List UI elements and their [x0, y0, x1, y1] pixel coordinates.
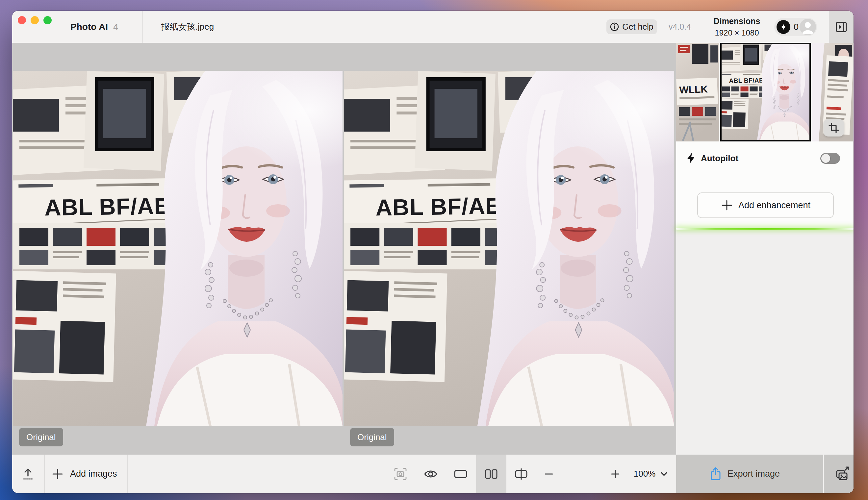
side-by-side-view-button[interactable]	[483, 455, 499, 493]
side-by-side-view-icon	[484, 466, 499, 481]
app-version: v4.0.4	[668, 11, 691, 43]
bottom-toolbar: Add images	[12, 455, 676, 493]
zoom-level-value: 100%	[634, 469, 656, 479]
export-photos-icon	[834, 466, 850, 482]
title-bar: Photo AI 4 报纸女孩.jpeg Get help v4.0.4 Dim…	[12, 11, 854, 43]
upload-icon	[20, 466, 35, 481]
app-title-group: Photo AI 4	[70, 11, 119, 43]
export-bar: Export image	[676, 455, 854, 493]
left-image-badge: Original	[19, 428, 63, 446]
plus-icon	[721, 199, 733, 212]
export-image-label: Export image	[728, 469, 780, 479]
credits-star-icon	[777, 20, 790, 34]
snapshot-button[interactable]	[393, 455, 408, 493]
toolbar-divider	[44, 455, 45, 493]
toolbar-divider	[127, 455, 128, 493]
filmstrip-masthead-text: WLLK	[679, 83, 708, 95]
upload-button[interactable]	[19, 455, 37, 493]
add-images-label: Add images	[70, 469, 117, 479]
close-window-button[interactable]	[18, 16, 26, 24]
dimensions-label: Dimensions	[714, 16, 760, 26]
image-canvas[interactable]: Original Original	[12, 43, 676, 455]
image-count: 4	[113, 22, 119, 32]
filename-tab[interactable]: 报纸女孩.jpeg	[145, 11, 230, 43]
zoom-in-icon	[610, 469, 620, 479]
export-bar-divider	[823, 455, 824, 493]
plus-icon	[51, 467, 64, 480]
account-pill[interactable]: 0	[774, 18, 817, 36]
sidebar-lower-area	[676, 230, 854, 455]
right-sidebar: WLLK	[676, 43, 854, 493]
add-enhancement-button[interactable]: Add enhancement	[697, 192, 834, 218]
filmstrip-selection-border	[720, 43, 811, 141]
minimize-window-button[interactable]	[31, 16, 39, 24]
autopilot-label: Autopilot	[701, 153, 739, 163]
split-compare-icon	[514, 466, 529, 481]
panel-toggle-button[interactable]	[829, 11, 854, 43]
snapshot-camera-icon	[393, 466, 408, 481]
export-image-button[interactable]: Export image	[709, 455, 780, 493]
autopilot-row: Autopilot	[685, 150, 739, 167]
dimensions-block: Dimensions 1920 × 1080	[700, 11, 774, 43]
toggle-knob	[821, 154, 830, 163]
right-image-panel[interactable]	[344, 71, 674, 426]
header-divider	[142, 11, 143, 43]
add-enhancement-label: Add enhancement	[739, 200, 810, 211]
zoom-level-dropdown[interactable]: 100%	[631, 455, 658, 493]
zoom-out-button[interactable]	[541, 455, 557, 493]
info-icon	[610, 22, 619, 31]
autopilot-toggle[interactable]	[820, 153, 840, 164]
split-compare-button[interactable]	[513, 455, 529, 493]
credits-count: 0	[794, 22, 799, 32]
dimensions-value: 1920 × 1080	[715, 28, 759, 37]
add-images-button[interactable]: Add images	[51, 455, 117, 493]
right-image-badge: Original	[350, 428, 394, 446]
get-help-label: Get help	[622, 22, 653, 32]
preview-button[interactable]	[423, 455, 439, 493]
zoom-out-icon	[544, 469, 554, 479]
single-view-icon	[453, 466, 468, 481]
crop-icon	[828, 122, 839, 134]
filmstrip[interactable]: WLLK	[676, 43, 853, 141]
export-queue-button[interactable]	[830, 455, 854, 493]
share-icon	[709, 467, 722, 481]
avatar[interactable]	[800, 19, 816, 35]
app-title: Photo AI	[70, 22, 108, 32]
progress-glow-line	[676, 228, 854, 230]
zoom-window-button[interactable]	[43, 16, 52, 24]
autopilot-bolt-icon	[685, 152, 697, 164]
get-help-button[interactable]: Get help	[606, 20, 657, 34]
zoom-in-button[interactable]	[607, 455, 623, 493]
single-view-button[interactable]	[453, 455, 469, 493]
app-window: Photo AI 4 报纸女孩.jpeg Get help v4.0.4 Dim…	[12, 11, 854, 493]
filmstrip-left-frame[interactable]: WLLK	[676, 43, 719, 141]
panel-toggle-icon	[835, 21, 848, 33]
zoom-dropdown-chevron[interactable]	[656, 455, 672, 493]
preview-eye-icon	[423, 466, 438, 481]
left-image-panel[interactable]	[13, 71, 342, 426]
filename-label: 报纸女孩.jpeg	[161, 21, 214, 33]
chevron-down-icon	[660, 469, 668, 479]
crop-button[interactable]	[824, 119, 844, 137]
